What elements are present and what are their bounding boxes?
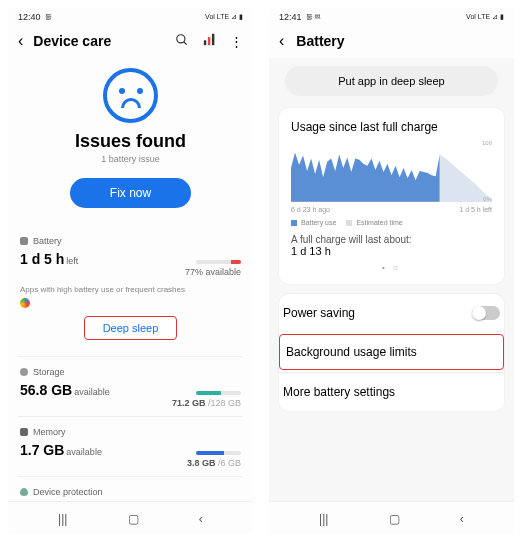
status-misc: 등 쁘 xyxy=(306,12,322,22)
nav-bar: ||| ▢ ‹ xyxy=(269,501,514,534)
battery-screen: 12:41 등 쁘 Vol LTE ⊿ ▮ ‹ Battery Put app … xyxy=(269,8,514,534)
storage-unit: available xyxy=(74,387,110,397)
memory-icon xyxy=(20,428,28,436)
back-icon[interactable]: ‹ xyxy=(18,32,23,50)
status-bar: 12:40 등 Vol LTE ⊿ ▮ xyxy=(8,8,253,24)
more-settings-label: More battery settings xyxy=(283,385,395,399)
battery-unit: left xyxy=(66,256,78,266)
status-indicators: Vol LTE ⊿ ▮ xyxy=(466,13,504,21)
shield-icon xyxy=(20,488,28,496)
bg-limits-label: Background usage limits xyxy=(286,345,417,359)
page-title: Device care xyxy=(33,33,165,49)
chart-left-label: 6 d 23 h ago xyxy=(291,206,330,213)
svg-rect-2 xyxy=(204,40,206,45)
nav-back[interactable]: ‹ xyxy=(460,512,464,526)
full-charge-note: A full charge will last about: xyxy=(291,234,492,245)
storage-value: 56.8 GB xyxy=(20,382,72,398)
status-bar: 12:41 등 쁘 Vol LTE ⊿ ▮ xyxy=(269,8,514,24)
memory-used: 3.8 GB xyxy=(187,458,216,468)
usage-chart: 100 0% xyxy=(291,140,492,202)
battery-label: Battery xyxy=(33,236,62,246)
power-saving-toggle[interactable] xyxy=(472,306,500,320)
storage-section[interactable]: Storage 56.8 GBavailable 71.2 GB /128 GB xyxy=(18,356,243,416)
power-saving-row[interactable]: Power saving xyxy=(279,294,504,332)
more-icon[interactable]: ⋮ xyxy=(230,34,243,49)
storage-used: 71.2 GB xyxy=(172,398,206,408)
memory-total: /6 GB xyxy=(215,458,241,468)
fix-now-button[interactable]: Fix now xyxy=(70,178,191,208)
legend-battery-icon xyxy=(291,220,297,226)
device-protection-section[interactable]: Device protection xyxy=(18,476,243,501)
nav-bar: ||| ▢ ‹ xyxy=(8,501,253,534)
nav-home[interactable]: ▢ xyxy=(128,512,139,526)
status-time: 12:40 xyxy=(18,12,41,22)
pager-dots: • ○ xyxy=(291,263,492,272)
legend-battery: Battery use xyxy=(301,219,336,226)
memory-unit: available xyxy=(66,447,102,457)
memory-label: Memory xyxy=(33,427,66,437)
nav-recents[interactable]: ||| xyxy=(319,512,328,526)
usage-card: Usage since last full charge 100 0% 6 d … xyxy=(279,108,504,284)
status-time: 12:41 xyxy=(279,12,302,22)
svg-rect-4 xyxy=(212,34,214,45)
nav-back[interactable]: ‹ xyxy=(199,512,203,526)
legend-est-icon xyxy=(346,220,352,226)
device-care-screen: 12:40 등 Vol LTE ⊿ ▮ ‹ Device care ⋮ Issu… xyxy=(8,8,253,534)
power-saving-label: Power saving xyxy=(283,306,355,320)
chart-axis-top: 100 xyxy=(482,140,492,146)
chart-legend: Battery use Estimated time xyxy=(291,219,492,226)
storage-label: Storage xyxy=(33,367,65,377)
apps-note: Apps with high battery use or frequent c… xyxy=(20,285,241,294)
header: ‹ Battery xyxy=(269,24,514,58)
battery-section[interactable]: Battery 1 d 5 hleft 77% available Apps w… xyxy=(18,226,243,356)
put-app-deep-sleep-button[interactable]: Put app in deep sleep xyxy=(285,66,498,96)
back-icon[interactable]: ‹ xyxy=(279,32,284,50)
chart-axis-bot: 0% xyxy=(483,196,492,202)
sad-face-icon xyxy=(103,68,158,123)
battery-available: 77% available xyxy=(185,267,241,277)
svg-rect-3 xyxy=(208,37,210,45)
svg-line-1 xyxy=(184,41,187,44)
memory-value: 1.7 GB xyxy=(20,442,64,458)
storage-total: /128 GB xyxy=(205,398,241,408)
nav-recents[interactable]: ||| xyxy=(58,512,67,526)
content: Issues found 1 battery issue Fix now Bat… xyxy=(8,58,253,501)
device-protection-label: Device protection xyxy=(33,487,103,497)
legend-est: Estimated time xyxy=(356,219,402,226)
header: ‹ Device care ⋮ xyxy=(8,24,253,58)
battery-icon xyxy=(20,237,28,245)
issues-subtitle: 1 battery issue xyxy=(18,154,243,164)
chart-icon[interactable] xyxy=(203,33,216,49)
page-title: Battery xyxy=(296,33,504,49)
full-charge-value: 1 d 13 h xyxy=(291,245,492,257)
content: Put app in deep sleep Usage since last f… xyxy=(269,58,514,501)
memory-section[interactable]: Memory 1.7 GBavailable 3.8 GB /6 GB xyxy=(18,416,243,476)
battery-value: 1 d 5 h xyxy=(20,251,64,267)
background-usage-limits-row[interactable]: Background usage limits xyxy=(279,334,504,370)
storage-icon xyxy=(20,368,28,376)
nav-home[interactable]: ▢ xyxy=(389,512,400,526)
search-icon[interactable] xyxy=(175,33,189,50)
status-indicators: Vol LTE ⊿ ▮ xyxy=(205,13,243,21)
app-icon xyxy=(20,298,30,308)
usage-title: Usage since last full charge xyxy=(291,120,492,134)
deep-sleep-button[interactable]: Deep sleep xyxy=(84,316,178,340)
svg-point-0 xyxy=(177,34,185,42)
more-battery-settings-row[interactable]: More battery settings xyxy=(279,372,504,411)
chart-right-label: 1 d 5 h left xyxy=(459,206,492,213)
status-misc: 등 xyxy=(45,12,52,22)
settings-card: Power saving Background usage limits Mor… xyxy=(279,294,504,411)
issues-title: Issues found xyxy=(18,131,243,152)
